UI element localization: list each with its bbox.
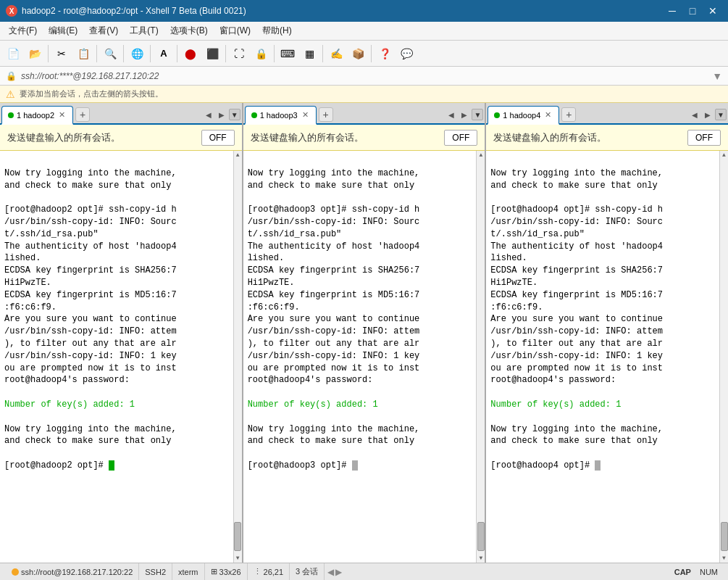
tb-chat[interactable]: 💬: [396, 44, 417, 64]
scrollbar-hadoop4[interactable]: ▲ ▼: [719, 151, 728, 563]
scrollbar-hadoop3[interactable]: ▲ ▼: [476, 151, 485, 563]
scroll-thumb-hadoop3: [477, 522, 485, 551]
tb-sep4: [150, 45, 151, 62]
tb-sep3: [123, 45, 124, 62]
tb-transfer[interactable]: 📦: [348, 44, 368, 64]
terminal-content-hadoop4: Now try logging into the machine, and ch…: [490, 155, 724, 472]
scroll-track-hadoop4: [721, 160, 728, 554]
terminal-text-hadoop3: Now try logging into the machine, and ch…: [248, 168, 420, 471]
scroll-up-hadoop3[interactable]: ▲: [477, 151, 485, 160]
status-ssh: ssh://root@192.168.217.120:22: [6, 563, 139, 580]
tab-hadoop2[interactable]: 1 hadoop2 ✕: [1, 106, 73, 125]
tab-prev-btn[interactable]: ◀: [203, 109, 214, 120]
panel-hadoop4-tabs: 1 hadoop4 ✕ + ◀ ▶ ▼: [486, 103, 728, 125]
status-terminal: xterm: [172, 563, 205, 580]
tab-next-btn-h4[interactable]: ▶: [702, 109, 714, 120]
scroll-track-hadoop3: [477, 160, 485, 554]
tab-menu-btn-h3[interactable]: ▼: [472, 109, 483, 120]
scroll-track-hadoop2: [234, 160, 241, 554]
scroll-thumb-hadoop2: [234, 522, 241, 551]
scroll-up-hadoop2[interactable]: ▲: [233, 151, 242, 160]
tb-fullscreen[interactable]: ⛶: [229, 44, 249, 64]
scrollbar-hadoop2[interactable]: ▲ ▼: [233, 151, 242, 563]
scroll-up-hadoop4[interactable]: ▲: [720, 151, 728, 160]
tb-keyboard[interactable]: ⌨: [277, 44, 298, 64]
scroll-down-hadoop2[interactable]: ▼: [233, 554, 242, 563]
status-terminal-text: xterm: [178, 568, 198, 576]
status-prev-btn[interactable]: ◀: [327, 567, 334, 577]
tab-menu-btn-h4[interactable]: ▼: [715, 109, 727, 120]
minimize-button[interactable]: ─: [663, 4, 682, 18]
tab-hadoop4-label: 1 hadoop4: [503, 111, 540, 120]
tb-font[interactable]: A: [154, 44, 174, 64]
tb-open[interactable]: 📂: [25, 44, 45, 64]
tb-cut[interactable]: ✂: [51, 44, 72, 64]
scroll-down-hadoop3[interactable]: ▼: [477, 554, 485, 563]
tb-copy[interactable]: 📋: [73, 44, 93, 64]
status-next-btn[interactable]: ▶: [335, 567, 342, 577]
tab-add-button-h3[interactable]: +: [319, 107, 333, 122]
info-banner-text: 要添加当前会话，点击左侧的箭头按钮。: [20, 88, 163, 99]
maximize-button[interactable]: □: [683, 4, 702, 18]
tb-compose[interactable]: ✍: [326, 44, 346, 64]
tab-hadoop3-label: 1 hadoop3: [260, 111, 298, 120]
status-nav-arrows: ◀ ▶: [325, 567, 345, 577]
tb-search[interactable]: 🔍: [100, 44, 120, 64]
close-button[interactable]: ✕: [703, 4, 722, 18]
keys-added-hadoop4: Number of key(s) added: 1: [490, 399, 621, 410]
address-dropdown[interactable]: ▼: [712, 70, 722, 82]
menu-view[interactable]: 查看(V): [83, 22, 124, 39]
terminal-hadoop4[interactable]: Now try logging into the machine, and ch…: [486, 151, 728, 563]
tab-next-btn[interactable]: ▶: [216, 109, 227, 120]
tb-help[interactable]: ❓: [375, 44, 395, 64]
keys-added-hadoop2: Number of key(s) added: 1: [4, 399, 135, 410]
cursor-hadoop2: [109, 460, 114, 471]
menu-tabs[interactable]: 选项卡(B): [164, 22, 214, 39]
broadcast-bar-hadoop4: 发送键盘输入的所有会话。 OFF: [486, 125, 728, 151]
app-icon: X: [6, 5, 17, 17]
tb-sftp2[interactable]: ⬛: [202, 44, 222, 64]
tb-new-session[interactable]: 📄: [3, 44, 23, 64]
menu-edit[interactable]: 编辑(E): [43, 22, 83, 39]
broadcast-off-hadoop4[interactable]: OFF: [687, 130, 721, 146]
menu-tools[interactable]: 工具(T): [124, 22, 164, 39]
broadcast-off-hadoop2[interactable]: OFF: [201, 130, 235, 146]
broadcast-text-hadoop3: 发送键盘输入的所有会话。: [251, 131, 438, 144]
tab-hadoop2-close[interactable]: ✕: [57, 110, 67, 120]
tab-hadoop4-close[interactable]: ✕: [543, 110, 553, 120]
tab-add-button[interactable]: +: [75, 107, 90, 122]
status-cap: CAP: [670, 568, 695, 576]
ssh-address: ssh://root:****@192.168.217.120:22: [21, 71, 159, 81]
menu-window[interactable]: 窗口(W): [214, 22, 256, 39]
tab-hadoop2-label: 1 hadoop2: [17, 111, 54, 120]
status-bar: ssh://root@192.168.217.120:22 SSH2 xterm…: [0, 563, 728, 580]
scroll-down-hadoop4[interactable]: ▼: [720, 554, 728, 563]
tb-connect[interactable]: 🌐: [127, 44, 147, 64]
menu-help[interactable]: 帮助(H): [256, 22, 298, 39]
tab-hadoop4[interactable]: 1 hadoop4 ✕: [488, 106, 559, 125]
tab-add-button-h4[interactable]: +: [561, 107, 576, 122]
terminal-hadoop2[interactable]: Now try logging into the machine, and ch…: [0, 151, 242, 563]
tab-prev-btn-h3[interactable]: ◀: [445, 109, 457, 120]
tb-sep5: [177, 45, 177, 62]
broadcast-off-hadoop3[interactable]: OFF: [444, 130, 477, 146]
tab-hadoop3-close[interactable]: ✕: [301, 110, 310, 120]
cursor-hadoop4: [595, 460, 601, 471]
tb-sep6: [225, 45, 226, 62]
tab-menu-btn[interactable]: ▼: [229, 109, 240, 120]
tab-next-btn-h3[interactable]: ▶: [459, 109, 470, 120]
title-bar: X hadoop2 - root@hadoop2:/opt - Xshell 7…: [0, 0, 728, 22]
keys-added-hadoop3: Number of key(s) added: 1: [248, 399, 378, 410]
terminal-text-hadoop4: Now try logging into the machine, and ch…: [490, 168, 663, 471]
tb-layout[interactable]: ▦: [299, 44, 319, 64]
tb-lock[interactable]: 🔒: [251, 44, 271, 64]
menu-file[interactable]: 文件(F): [3, 22, 43, 39]
cursor-hadoop3: [352, 460, 358, 471]
tab-prev-btn-h4[interactable]: ◀: [689, 109, 700, 120]
tb-sftp[interactable]: ⬤: [180, 44, 201, 64]
panel-hadoop2: 1 hadoop2 ✕ + ◀ ▶ ▼ 发送键盘输入的所有会话。 OFF Now…: [0, 103, 243, 563]
tab-hadoop3[interactable]: 1 hadoop3 ✕: [245, 106, 317, 125]
tab-dot: [8, 112, 14, 118]
tb-sep1: [48, 45, 49, 62]
terminal-hadoop3[interactable]: Now try logging into the machine, and ch…: [243, 151, 485, 563]
